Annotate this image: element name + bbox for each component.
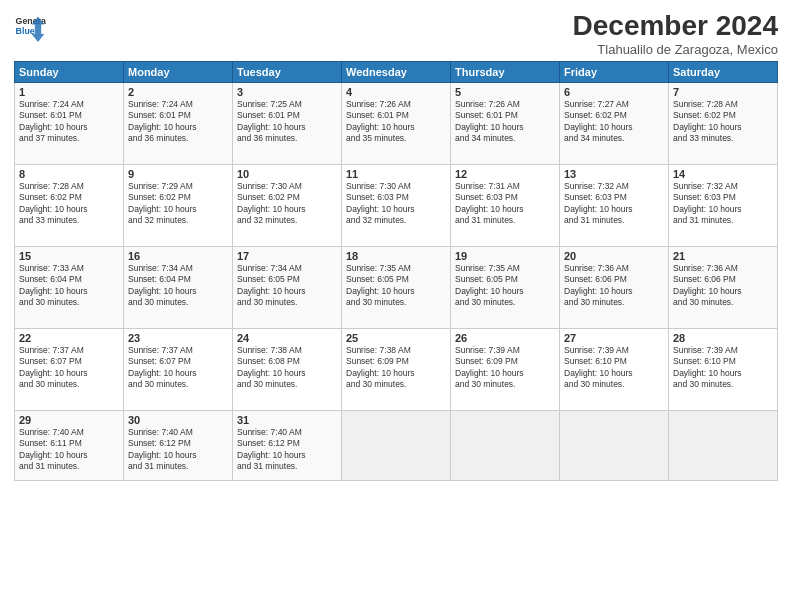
- day-info: Sunrise: 7:28 AM Sunset: 6:02 PM Dayligh…: [673, 99, 773, 145]
- general-blue-logo-icon: General Blue: [14, 10, 46, 42]
- table-row: 28Sunrise: 7:39 AM Sunset: 6:10 PM Dayli…: [669, 329, 778, 411]
- calendar-week-row: 22Sunrise: 7:37 AM Sunset: 6:07 PM Dayli…: [15, 329, 778, 411]
- col-thursday: Thursday: [451, 62, 560, 83]
- calendar-week-row: 29Sunrise: 7:40 AM Sunset: 6:11 PM Dayli…: [15, 411, 778, 481]
- table-row: [560, 411, 669, 481]
- col-monday: Monday: [124, 62, 233, 83]
- day-info: Sunrise: 7:40 AM Sunset: 6:11 PM Dayligh…: [19, 427, 119, 473]
- table-row: [669, 411, 778, 481]
- col-wednesday: Wednesday: [342, 62, 451, 83]
- day-number: 26: [455, 332, 555, 344]
- table-row: 27Sunrise: 7:39 AM Sunset: 6:10 PM Dayli…: [560, 329, 669, 411]
- day-number: 19: [455, 250, 555, 262]
- table-row: 29Sunrise: 7:40 AM Sunset: 6:11 PM Dayli…: [15, 411, 124, 481]
- title-area: December 2024 Tlahualilo de Zaragoza, Me…: [573, 10, 778, 57]
- day-info: Sunrise: 7:36 AM Sunset: 6:06 PM Dayligh…: [564, 263, 664, 309]
- day-info: Sunrise: 7:24 AM Sunset: 6:01 PM Dayligh…: [19, 99, 119, 145]
- col-friday: Friday: [560, 62, 669, 83]
- table-row: 3Sunrise: 7:25 AM Sunset: 6:01 PM Daylig…: [233, 83, 342, 165]
- table-row: 5Sunrise: 7:26 AM Sunset: 6:01 PM Daylig…: [451, 83, 560, 165]
- table-row: 19Sunrise: 7:35 AM Sunset: 6:05 PM Dayli…: [451, 247, 560, 329]
- table-row: 21Sunrise: 7:36 AM Sunset: 6:06 PM Dayli…: [669, 247, 778, 329]
- day-number: 4: [346, 86, 446, 98]
- table-row: 24Sunrise: 7:38 AM Sunset: 6:08 PM Dayli…: [233, 329, 342, 411]
- location-subtitle: Tlahualilo de Zaragoza, Mexico: [573, 42, 778, 57]
- day-number: 23: [128, 332, 228, 344]
- table-row: 10Sunrise: 7:30 AM Sunset: 6:02 PM Dayli…: [233, 165, 342, 247]
- day-number: 20: [564, 250, 664, 262]
- day-number: 12: [455, 168, 555, 180]
- table-row: 12Sunrise: 7:31 AM Sunset: 6:03 PM Dayli…: [451, 165, 560, 247]
- day-number: 29: [19, 414, 119, 426]
- day-info: Sunrise: 7:35 AM Sunset: 6:05 PM Dayligh…: [346, 263, 446, 309]
- day-info: Sunrise: 7:32 AM Sunset: 6:03 PM Dayligh…: [673, 181, 773, 227]
- table-row: 9Sunrise: 7:29 AM Sunset: 6:02 PM Daylig…: [124, 165, 233, 247]
- table-row: 16Sunrise: 7:34 AM Sunset: 6:04 PM Dayli…: [124, 247, 233, 329]
- day-number: 27: [564, 332, 664, 344]
- table-row: 30Sunrise: 7:40 AM Sunset: 6:12 PM Dayli…: [124, 411, 233, 481]
- day-info: Sunrise: 7:40 AM Sunset: 6:12 PM Dayligh…: [128, 427, 228, 473]
- calendar-week-row: 8Sunrise: 7:28 AM Sunset: 6:02 PM Daylig…: [15, 165, 778, 247]
- calendar-week-row: 15Sunrise: 7:33 AM Sunset: 6:04 PM Dayli…: [15, 247, 778, 329]
- day-number: 13: [564, 168, 664, 180]
- table-row: 6Sunrise: 7:27 AM Sunset: 6:02 PM Daylig…: [560, 83, 669, 165]
- table-row: 2Sunrise: 7:24 AM Sunset: 6:01 PM Daylig…: [124, 83, 233, 165]
- day-info: Sunrise: 7:37 AM Sunset: 6:07 PM Dayligh…: [128, 345, 228, 391]
- day-info: Sunrise: 7:35 AM Sunset: 6:05 PM Dayligh…: [455, 263, 555, 309]
- page-container: General Blue December 2024 Tlahualilo de…: [0, 0, 792, 487]
- day-info: Sunrise: 7:26 AM Sunset: 6:01 PM Dayligh…: [455, 99, 555, 145]
- day-number: 18: [346, 250, 446, 262]
- day-info: Sunrise: 7:30 AM Sunset: 6:02 PM Dayligh…: [237, 181, 337, 227]
- day-number: 16: [128, 250, 228, 262]
- day-number: 9: [128, 168, 228, 180]
- day-info: Sunrise: 7:36 AM Sunset: 6:06 PM Dayligh…: [673, 263, 773, 309]
- day-number: 25: [346, 332, 446, 344]
- day-number: 22: [19, 332, 119, 344]
- day-info: Sunrise: 7:34 AM Sunset: 6:05 PM Dayligh…: [237, 263, 337, 309]
- day-number: 14: [673, 168, 773, 180]
- header: General Blue December 2024 Tlahualilo de…: [14, 10, 778, 57]
- logo: General Blue: [14, 10, 46, 42]
- day-number: 24: [237, 332, 337, 344]
- table-row: 17Sunrise: 7:34 AM Sunset: 6:05 PM Dayli…: [233, 247, 342, 329]
- col-sunday: Sunday: [15, 62, 124, 83]
- day-info: Sunrise: 7:38 AM Sunset: 6:09 PM Dayligh…: [346, 345, 446, 391]
- day-number: 21: [673, 250, 773, 262]
- table-row: 22Sunrise: 7:37 AM Sunset: 6:07 PM Dayli…: [15, 329, 124, 411]
- table-row: 7Sunrise: 7:28 AM Sunset: 6:02 PM Daylig…: [669, 83, 778, 165]
- day-number: 2: [128, 86, 228, 98]
- table-row: 15Sunrise: 7:33 AM Sunset: 6:04 PM Dayli…: [15, 247, 124, 329]
- svg-text:Blue: Blue: [16, 26, 35, 36]
- day-number: 30: [128, 414, 228, 426]
- day-number: 5: [455, 86, 555, 98]
- day-info: Sunrise: 7:33 AM Sunset: 6:04 PM Dayligh…: [19, 263, 119, 309]
- day-info: Sunrise: 7:34 AM Sunset: 6:04 PM Dayligh…: [128, 263, 228, 309]
- table-row: 13Sunrise: 7:32 AM Sunset: 6:03 PM Dayli…: [560, 165, 669, 247]
- day-info: Sunrise: 7:30 AM Sunset: 6:03 PM Dayligh…: [346, 181, 446, 227]
- day-number: 10: [237, 168, 337, 180]
- table-row: 26Sunrise: 7:39 AM Sunset: 6:09 PM Dayli…: [451, 329, 560, 411]
- day-info: Sunrise: 7:28 AM Sunset: 6:02 PM Dayligh…: [19, 181, 119, 227]
- col-tuesday: Tuesday: [233, 62, 342, 83]
- table-row: 23Sunrise: 7:37 AM Sunset: 6:07 PM Dayli…: [124, 329, 233, 411]
- day-info: Sunrise: 7:31 AM Sunset: 6:03 PM Dayligh…: [455, 181, 555, 227]
- day-info: Sunrise: 7:27 AM Sunset: 6:02 PM Dayligh…: [564, 99, 664, 145]
- day-number: 1: [19, 86, 119, 98]
- calendar-week-row: 1Sunrise: 7:24 AM Sunset: 6:01 PM Daylig…: [15, 83, 778, 165]
- table-row: [342, 411, 451, 481]
- table-row: 8Sunrise: 7:28 AM Sunset: 6:02 PM Daylig…: [15, 165, 124, 247]
- day-info: Sunrise: 7:38 AM Sunset: 6:08 PM Dayligh…: [237, 345, 337, 391]
- day-info: Sunrise: 7:24 AM Sunset: 6:01 PM Dayligh…: [128, 99, 228, 145]
- table-row: 25Sunrise: 7:38 AM Sunset: 6:09 PM Dayli…: [342, 329, 451, 411]
- table-row: 4Sunrise: 7:26 AM Sunset: 6:01 PM Daylig…: [342, 83, 451, 165]
- day-info: Sunrise: 7:26 AM Sunset: 6:01 PM Dayligh…: [346, 99, 446, 145]
- table-row: [451, 411, 560, 481]
- day-number: 3: [237, 86, 337, 98]
- calendar-table: Sunday Monday Tuesday Wednesday Thursday…: [14, 61, 778, 481]
- day-info: Sunrise: 7:39 AM Sunset: 6:10 PM Dayligh…: [564, 345, 664, 391]
- table-row: 18Sunrise: 7:35 AM Sunset: 6:05 PM Dayli…: [342, 247, 451, 329]
- day-info: Sunrise: 7:39 AM Sunset: 6:09 PM Dayligh…: [455, 345, 555, 391]
- day-number: 15: [19, 250, 119, 262]
- day-number: 6: [564, 86, 664, 98]
- day-number: 17: [237, 250, 337, 262]
